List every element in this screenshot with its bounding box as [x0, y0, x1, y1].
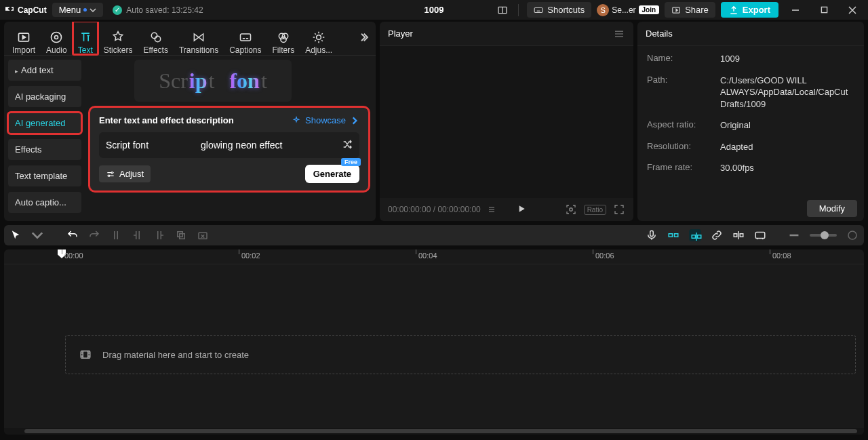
svg-point-14 [111, 172, 113, 173]
timeline-ruler[interactable]: 00:00 00:02 00:04 00:06 00:08 [4, 249, 864, 264]
svg-rect-23 [692, 235, 695, 239]
transitions-icon [192, 31, 205, 44]
shortcuts-button[interactable]: Shortcuts [527, 2, 591, 18]
player-menu-small[interactable] [488, 205, 496, 214]
tab-transitions[interactable]: Transitions [174, 22, 224, 55]
modify-button[interactable]: Modify [807, 200, 857, 217]
shuffle-button[interactable] [342, 139, 353, 152]
zoom-out[interactable] [788, 229, 800, 241]
ai-input-row[interactable]: Script font glowing neon effect [99, 132, 359, 158]
svg-rect-27 [755, 233, 765, 239]
user-chip[interactable]: S Se...er Join [597, 4, 659, 16]
pointer-chevron[interactable] [31, 229, 43, 241]
free-badge: Free [341, 158, 361, 166]
svg-rect-25 [734, 234, 737, 237]
sidebar-add-text[interactable]: ▸Add text [8, 60, 81, 81]
svg-rect-1 [534, 7, 542, 12]
sidebar-ai-packaging[interactable]: AI packaging [8, 86, 81, 107]
svg-point-15 [108, 175, 110, 176]
player-viewport[interactable] [380, 46, 633, 198]
ratio-button[interactable]: Ratio [584, 205, 606, 215]
generate-button[interactable]: Generate [305, 165, 359, 183]
menu-dot-icon [83, 8, 87, 12]
menu-button[interactable]: Menu [52, 3, 104, 17]
window-close[interactable] [841, 0, 864, 20]
effect-input[interactable]: glowing neon effect [201, 140, 282, 151]
tab-effects[interactable]: Effects [138, 22, 173, 55]
filters-icon [277, 31, 290, 44]
adjust-button[interactable]: Adjust [99, 165, 151, 182]
svg-rect-24 [698, 235, 701, 239]
timeline-scrollbar[interactable] [4, 428, 864, 435]
svg-point-12 [281, 37, 286, 42]
text-content: Scr ip t fon t Enter text and effect des… [85, 56, 376, 221]
mic-tool[interactable] [646, 229, 658, 241]
svg-point-7 [151, 33, 157, 38]
autosave-status: ✓ Auto saved: 13:25:42 [113, 5, 203, 15]
text-icon [79, 31, 92, 44]
tab-captions[interactable]: Captions [224, 22, 267, 55]
keyboard-icon [534, 5, 543, 15]
app-logo: CapCut [4, 5, 47, 16]
zoom-fit[interactable] [846, 229, 859, 241]
sidebar-ai-generated[interactable]: AI generated [8, 113, 81, 134]
split-tool[interactable] [110, 229, 122, 241]
ai-text-preview[interactable]: Scr ip t fon t [134, 60, 292, 102]
player-menu-icon[interactable] [613, 28, 625, 40]
upper-panels: Import Audio Text Stickers Effects Trans… [0, 20, 868, 222]
snap-tool[interactable] [667, 229, 679, 241]
sidebar-text-template[interactable]: Text template [8, 165, 81, 186]
timecode: 00:00:00:00 / 00:00:00:00 [388, 205, 481, 214]
trim-right-tool[interactable] [153, 229, 165, 241]
font-input[interactable]: Script font [106, 140, 201, 151]
scan-icon[interactable] [565, 203, 577, 216]
avatar: S [597, 4, 609, 16]
magnet-tool[interactable] [689, 229, 701, 241]
fullscreen-icon[interactable] [613, 203, 625, 216]
pointer-tool[interactable] [9, 229, 22, 241]
svg-rect-21 [669, 234, 672, 237]
svg-rect-20 [650, 231, 654, 236]
svg-point-5 [52, 33, 62, 43]
align-tool[interactable] [732, 229, 745, 241]
timeline-dropzone[interactable]: Drag material here and start to create [65, 335, 856, 374]
delete-tool[interactable] [197, 229, 209, 241]
redo-button[interactable] [88, 229, 100, 241]
svg-rect-3 [821, 7, 827, 12]
svg-rect-29 [81, 351, 90, 359]
tab-import[interactable]: Import [7, 22, 41, 55]
share-button[interactable]: Share [665, 2, 715, 18]
window-maximize[interactable] [812, 0, 835, 20]
copy-tool[interactable] [175, 229, 187, 241]
chevron-down-icon [90, 7, 96, 14]
tab-text[interactable]: Text [73, 22, 98, 55]
trim-left-tool[interactable] [132, 229, 144, 241]
sidebar-effects[interactable]: Effects [8, 139, 81, 160]
zoom-slider[interactable] [810, 234, 837, 237]
tab-adjust[interactable]: Adjus... [300, 22, 350, 55]
export-icon [729, 5, 738, 15]
tab-stickers[interactable]: Stickers [98, 22, 138, 55]
chevron-right-icon [350, 116, 359, 125]
play-button[interactable] [516, 203, 527, 216]
timeline-panel: 00:00 00:02 00:04 00:06 00:08 Drag mater… [4, 249, 864, 435]
player-panel: Player 00:00:00:00 / 00:00:00:00 Ratio [380, 22, 633, 221]
link-tool[interactable] [711, 229, 723, 241]
preview-tool[interactable] [754, 229, 766, 241]
svg-point-8 [155, 36, 160, 41]
tab-filters[interactable]: Filters [267, 22, 300, 55]
tabs-overflow[interactable] [359, 31, 372, 45]
detail-fps: 30.00fps [720, 162, 854, 174]
join-pill[interactable]: Join [639, 5, 660, 14]
adjust-icon [312, 31, 326, 44]
detail-path: C:/Users/GOOD WILL ALWAYS/AppData/Local/… [720, 75, 854, 111]
showcase-link[interactable]: Showcase [292, 115, 359, 125]
layout-button[interactable] [495, 3, 510, 18]
tab-audio[interactable]: Audio [41, 22, 73, 55]
svg-point-16 [569, 208, 572, 212]
undo-button[interactable] [66, 229, 79, 241]
window-minimize[interactable] [784, 0, 807, 20]
export-button[interactable]: Export [721, 2, 778, 18]
timeline-tracks[interactable]: Drag material here and start to create [4, 264, 864, 428]
sidebar-auto-captions[interactable]: Auto captio... [8, 192, 81, 213]
